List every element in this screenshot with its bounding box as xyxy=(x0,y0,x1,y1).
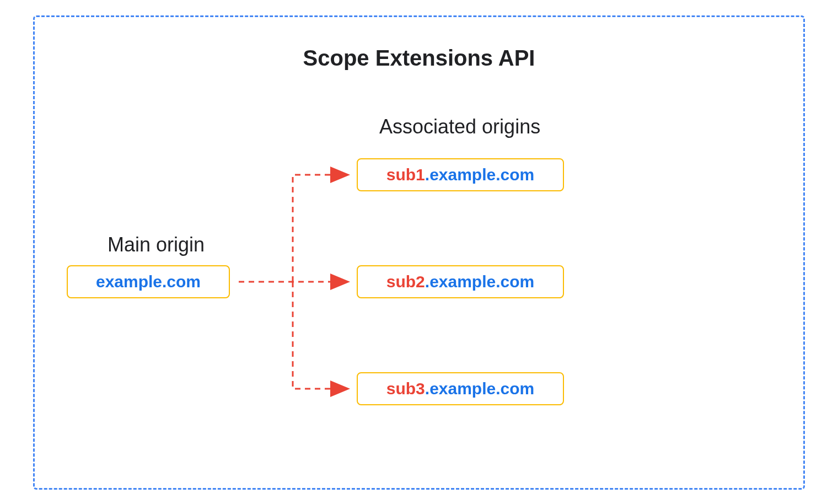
api-container: Scope Extensions API Main origin example… xyxy=(33,15,805,490)
arrow-to-sub3 xyxy=(293,282,347,389)
arrow-to-sub1 xyxy=(293,175,347,282)
arrows-svg xyxy=(35,17,807,491)
